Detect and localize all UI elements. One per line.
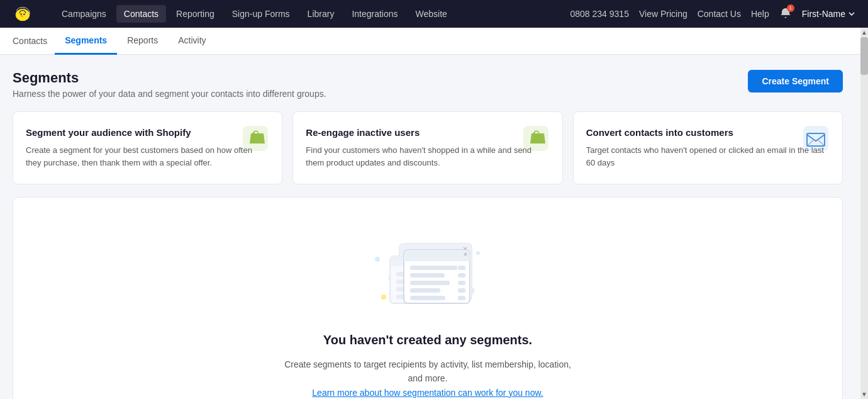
convert-contacts-card: Convert contacts into customers Target c… [573, 111, 843, 184]
tab-activity[interactable]: Activity [168, 28, 216, 55]
svg-point-3 [23, 14, 25, 15]
svg-rect-7 [259, 136, 260, 137]
shopify-icon-2 [522, 125, 550, 154]
inactive-users-card: Re-engage inactive users Find your custo… [292, 111, 562, 184]
card-title-3: Convert contacts into customers [586, 127, 830, 138]
view-pricing-link[interactable]: View Pricing [639, 9, 687, 19]
svg-rect-10 [539, 136, 541, 137]
svg-point-4 [25, 13, 27, 16]
cards-row: Segment your audience with Shopify Creat… [13, 111, 843, 184]
page-header: Segments Harness the power of your data … [13, 70, 843, 99]
tab-reports[interactable]: Reports [117, 28, 168, 55]
user-menu[interactable]: First-Name [802, 9, 855, 19]
svg-rect-52 [410, 296, 445, 300]
shopify-bag-icon-2 [522, 125, 550, 152]
nav-website[interactable]: Website [408, 5, 455, 23]
scroll-down-arrow[interactable]: ▼ [860, 390, 868, 399]
empty-state-title: You haven't created any segments. [323, 333, 532, 347]
svg-rect-49 [458, 281, 465, 285]
user-display-name: First-Name [802, 9, 845, 19]
breadcrumb-contacts[interactable]: Contacts [13, 36, 47, 46]
nav-library[interactable]: Library [300, 5, 342, 23]
svg-point-2 [20, 14, 21, 15]
svg-rect-47 [458, 273, 465, 278]
svg-point-14 [476, 251, 480, 255]
nav-integrations[interactable]: Integrations [344, 5, 405, 23]
svg-rect-48 [410, 281, 450, 285]
breadcrumb: Contacts [13, 36, 47, 46]
email-envelope-icon [802, 125, 830, 152]
page-title-area: Segments Harness the power of your data … [13, 70, 326, 99]
svg-rect-53 [458, 296, 465, 300]
empty-state-description: Create segments to target recipients by … [277, 357, 579, 399]
svg-rect-51 [458, 288, 465, 293]
learn-more-link[interactable]: Learn more about how segmentation can wo… [312, 388, 543, 398]
empty-illustration [365, 228, 491, 323]
svg-rect-9 [533, 136, 535, 137]
nav-signup-forms[interactable]: Sign-up Forms [225, 5, 298, 23]
nav-contacts[interactable]: Contacts [116, 5, 166, 23]
segments-illustration-icon [365, 228, 491, 316]
svg-point-16 [381, 295, 386, 300]
help-link[interactable]: Help [751, 9, 769, 19]
main-content: Segments Harness the power of your data … [0, 55, 855, 399]
card-body-3: Target contacts who haven't opened or cl… [586, 144, 830, 169]
top-navigation: Campaigns Contacts Reporting Sign-up For… [0, 0, 868, 28]
phone-number: 0808 234 9315 [570, 9, 629, 19]
card-title-2: Re-engage inactive users [306, 127, 549, 138]
email-icon [802, 125, 830, 154]
page-subtitle: Harness the power of your data and segme… [13, 89, 326, 99]
notifications-bell[interactable]: 1 [779, 7, 792, 21]
notification-badge: 1 [787, 4, 794, 12]
card-body-1: Create a segment for your best customers… [26, 144, 269, 169]
page-title: Segments [13, 70, 326, 86]
create-segment-button-top[interactable]: Create Segment [748, 70, 843, 93]
shopify-icon-1 [242, 125, 269, 154]
svg-rect-6 [253, 136, 255, 137]
shopify-bag-icon [242, 125, 269, 152]
svg-rect-50 [410, 288, 440, 293]
svg-rect-44 [410, 266, 457, 270]
svg-rect-41 [404, 257, 470, 261]
card-title-1: Segment your audience with Shopify [26, 127, 269, 138]
contact-us-link[interactable]: Contact Us [698, 9, 741, 19]
tab-segments[interactable]: Segments [55, 28, 117, 55]
shopify-segment-card: Segment your audience with Shopify Creat… [13, 111, 282, 184]
svg-point-13 [375, 257, 380, 262]
chevron-down-icon [848, 10, 855, 18]
card-body-2: Find your customers who haven't shopped … [306, 144, 549, 169]
sub-navigation: Contacts Segments Reports Activity [0, 28, 868, 55]
scrollbar[interactable]: ▲ ▼ [860, 28, 868, 399]
scroll-up-arrow[interactable]: ▲ [860, 28, 868, 37]
nav-reporting[interactable]: Reporting [169, 5, 222, 23]
mailchimp-logo-icon [13, 4, 33, 24]
nav-right: 0808 234 9315 View Pricing Contact Us He… [570, 7, 856, 21]
empty-state-section: You haven't created any segments. Create… [13, 197, 843, 399]
svg-rect-45 [458, 266, 465, 270]
main-nav-links: Campaigns Contacts Reporting Sign-up For… [54, 5, 555, 23]
nav-campaigns[interactable]: Campaigns [54, 5, 114, 23]
logo-area[interactable] [13, 4, 33, 24]
svg-rect-46 [410, 273, 445, 278]
sub-nav-tabs: Segments Reports Activity [55, 28, 216, 55]
scroll-thumb[interactable] [860, 37, 868, 75]
